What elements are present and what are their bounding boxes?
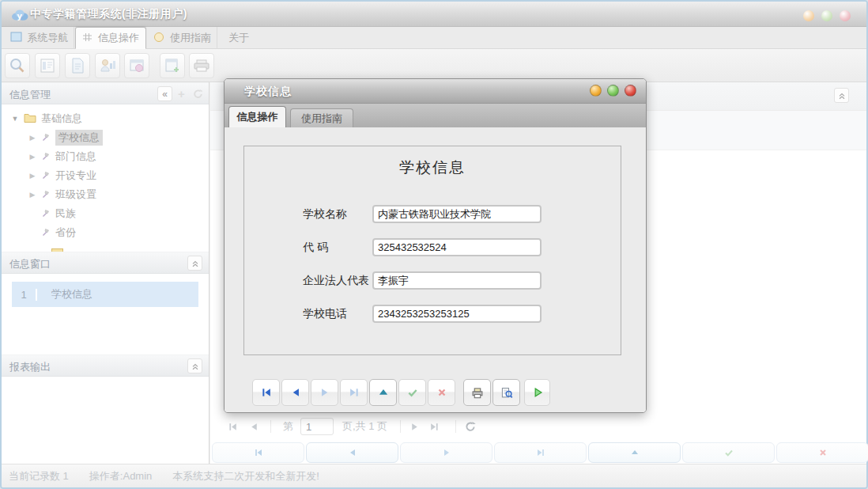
refresh-icon[interactable]: [191, 86, 206, 101]
expand-arrow-icon[interactable]: ▶: [28, 172, 36, 180]
tree-item-school-info[interactable]: ▶ 学校信息: [2, 128, 209, 147]
school-code-input[interactable]: [372, 238, 542, 256]
tree-item-label: 开设专业: [55, 169, 96, 183]
tab-information-operation[interactable]: 信息操作: [75, 27, 146, 49]
nav-last-button[interactable]: [494, 442, 587, 463]
nav-post-button[interactable]: [682, 442, 775, 463]
nav-first-button[interactable]: [252, 379, 280, 406]
search-icon[interactable]: [5, 53, 30, 78]
tree-item-label: 部门信息: [55, 150, 96, 164]
archive-icon[interactable]: [189, 53, 214, 78]
expand-arrow-icon[interactable]: ▶: [28, 134, 36, 142]
panel-title: 信息管理: [9, 88, 51, 102]
execute-button[interactable]: [524, 379, 550, 406]
svg-text:y: y: [17, 12, 23, 21]
tree-item-classes[interactable]: ▶ 班级设置: [2, 185, 209, 204]
school-phone-input[interactable]: [372, 305, 542, 323]
panel-title: 信息窗口: [9, 257, 51, 271]
nav-post-button[interactable]: [398, 379, 426, 406]
form-title: 学校信息: [244, 157, 621, 178]
panel-title: 报表输出: [9, 360, 51, 374]
window-title: 中专学籍管理系统(非注册用户): [30, 7, 187, 21]
tree-item-department-info[interactable]: ▶ 部门信息: [2, 147, 209, 166]
window-add-icon[interactable]: [160, 53, 185, 78]
school-info-fieldset: 学校信息 学校名称 代 码 企业法人代表 学校电话: [243, 146, 621, 355]
nav-last-button[interactable]: [340, 379, 368, 406]
collapse-panel-icon[interactable]: [187, 256, 202, 271]
field-row-code: 代 码: [244, 238, 621, 257]
tab-user-guide[interactable]: 使用指南: [148, 27, 217, 49]
collapse-main-panel-icon[interactable]: [834, 88, 849, 103]
user-query-icon[interactable]: [95, 53, 120, 78]
tool-icon: [41, 170, 51, 182]
minimize-button[interactable]: [803, 10, 814, 21]
page-prior-icon[interactable]: [249, 415, 259, 438]
page-refresh-icon[interactable]: [465, 415, 476, 438]
expand-arrow-icon[interactable]: ▶: [28, 153, 36, 161]
tab-about[interactable]: 关于: [218, 27, 259, 49]
collapse-arrow-icon[interactable]: ▼: [11, 115, 19, 123]
page-last-icon[interactable]: [429, 415, 440, 438]
info-tree: ▼ 基础信息 ▶ 学校信息 ▶ 部门信息 ▶ 开设专业 ▶: [2, 104, 209, 252]
nav-move-up-button[interactable]: [588, 442, 681, 463]
nav-move-up-button[interactable]: [369, 379, 397, 406]
tab-system-navigation[interactable]: 系统导航: [5, 27, 74, 49]
nav-next-button[interactable]: [311, 379, 338, 406]
toolbar: [2, 49, 866, 82]
collapse-panel-icon[interactable]: [187, 358, 202, 373]
nav-first-button[interactable]: [212, 442, 304, 463]
dialog-tab-information-operation[interactable]: 信息操作: [228, 106, 286, 127]
legal-representative-input[interactable]: [372, 271, 542, 290]
document-icon[interactable]: [65, 53, 90, 78]
page-number-input[interactable]: [300, 418, 334, 435]
window-view-icon[interactable]: [124, 53, 149, 78]
tool-icon: [41, 208, 51, 220]
dialog-minimize-button[interactable]: [590, 85, 602, 97]
dialog-tab-user-guide[interactable]: 使用指南: [290, 108, 353, 127]
close-button[interactable]: [840, 10, 851, 21]
pagination-bar: 第 页,共 1 页: [210, 415, 866, 438]
record-navigator-bar: [210, 442, 866, 464]
dialog-record-navigator: [225, 379, 646, 408]
panel-header-info-management: 信息管理 « +: [2, 82, 209, 104]
list-item-school-info-window[interactable]: 1 学校信息: [12, 282, 198, 307]
page-next-icon[interactable]: [409, 415, 420, 438]
dialog-maximize-button[interactable]: [607, 85, 619, 97]
tree-node-basic-info[interactable]: ▼ 基础信息: [2, 109, 209, 128]
guide-icon: [153, 32, 164, 45]
maximize-button[interactable]: [821, 10, 832, 21]
sidebar: 信息管理 « + ▼ 基础信息 ▶ 学校信息 ▶ 部门信息: [2, 82, 209, 464]
preview-button[interactable]: [492, 379, 520, 406]
dialog-close-button[interactable]: [625, 85, 636, 97]
title-bar: y 中专学籍管理系统(非注册用户): [2, 2, 866, 27]
field-label: 学校名称: [303, 207, 347, 222]
divider: [455, 420, 456, 433]
field-label: 学校电话: [303, 307, 347, 321]
panel-header-report-output: 报表输出: [2, 354, 209, 377]
nav-next-button[interactable]: [400, 442, 492, 463]
print-button[interactable]: [463, 379, 491, 406]
tree-item-province[interactable]: 省份: [2, 223, 209, 242]
dialog-title-bar[interactable]: 学校信息: [225, 79, 646, 104]
nav-cancel-button[interactable]: [428, 379, 455, 406]
school-name-input[interactable]: [372, 205, 542, 223]
nav-prior-button[interactable]: [281, 379, 309, 406]
divider: [270, 420, 271, 433]
nav-prior-button[interactable]: [306, 442, 398, 463]
tree-item-majors[interactable]: ▶ 开设专业: [2, 166, 209, 185]
dialog-tab-bar: 信息操作 使用指南: [225, 104, 646, 127]
tree-item-label: 民族: [55, 207, 76, 221]
nav-cancel-button[interactable]: [776, 442, 868, 463]
page-first-icon[interactable]: [228, 415, 238, 438]
open-windows-list: 1 学校信息: [2, 275, 209, 354]
report-icon[interactable]: [35, 53, 60, 78]
field-label: 代 码: [303, 241, 328, 255]
dialog-title: 学校信息: [244, 85, 292, 99]
collapse-sidebar-button[interactable]: «: [157, 86, 172, 101]
expand-arrow-icon[interactable]: ▶: [28, 191, 36, 199]
window-label: 学校信息: [37, 287, 92, 301]
add-icon[interactable]: +: [174, 86, 189, 101]
operator-text: 操作者:Admin: [89, 469, 152, 483]
tree-item-ethnicity[interactable]: 民族: [2, 204, 209, 223]
tool-icon: [41, 227, 51, 239]
